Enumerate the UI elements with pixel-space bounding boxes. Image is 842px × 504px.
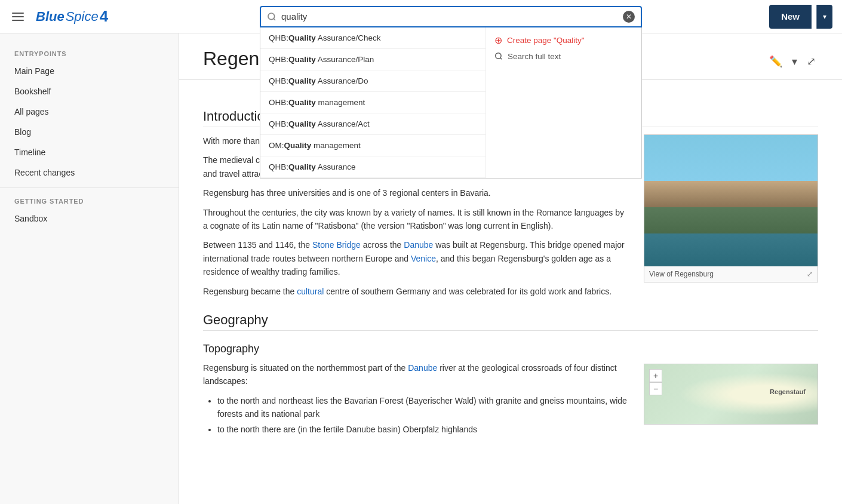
city-image-container: View of Regensburg ⤢ [644,134,818,282]
header: BlueSpice4 ✕ QHB:Quality Assurance/Check… [0,0,842,33]
search-result-item[interactable]: QHB:Quality Assurance [260,156,485,178]
sidebar-item-recent-changes[interactable]: Recent changes [0,162,179,183]
svg-point-0 [268,13,275,20]
map-label: Regenstauf [770,388,806,395]
sidebar: ENTRYPOINTS Main Page Bookshelf All page… [0,33,179,504]
danube-link[interactable]: Danube [404,240,433,250]
edit-dropdown-button[interactable]: ▾ [789,53,800,70]
search-result-item[interactable]: QHB:Quality Assurance/Check [260,27,485,49]
sidebar-item-sandbox[interactable]: Sandbox [0,208,179,229]
new-button[interactable]: New [769,5,812,29]
venice-link[interactable]: Venice [411,254,436,263]
new-button-dropdown[interactable]: ▾ [816,5,832,29]
search-result-item[interactable]: QHB:Quality Assurance/Do [260,70,485,92]
sidebar-item-blog[interactable]: Blog [0,122,179,142]
search-results-actions: ⊕ Create page "Quality" Search full text [486,27,641,178]
search-container: ✕ QHB:Quality Assurance/Check QHB:Qualit… [189,6,713,27]
sidebar-item-all-pages[interactable]: All pages [0,102,179,122]
map-zoom-out[interactable]: − [649,382,662,395]
hamburger-button[interactable] [10,10,26,23]
header-right: New ▾ [713,5,832,29]
topography-heading: Topography [203,343,818,355]
cultural-link[interactable]: cultural [297,287,324,296]
intro-para-6: Regensburg became the cultural centre of… [203,285,818,298]
list-item-2: to the north there are (in the fertile D… [217,423,818,436]
entrypoints-label: ENTRYPOINTS [0,45,179,61]
map-image-container: + − Regenstauf [644,364,818,425]
image-caption-bar: View of Regensburg ⤢ [644,266,818,282]
content-actions: ✏️ ▾ ⤢ [767,48,818,70]
geography-heading: Geography [203,312,818,331]
city-image [644,135,818,266]
search-wrapper: ✕ QHB:Quality Assurance/Check QHB:Qualit… [260,6,642,27]
getting-started-label: GETTING STARTED [0,193,179,208]
edit-button[interactable]: ✏️ [767,53,785,70]
create-page-label: Create page "Quality" [507,36,585,45]
search-icon [267,12,276,21]
logo[interactable]: BlueSpice4 [36,7,108,26]
logo-text-spice: Spice [66,9,99,24]
sidebar-item-timeline[interactable]: Timeline [0,142,179,162]
search-small-icon [494,52,503,60]
stone-bridge-link[interactable]: Stone Bridge [312,240,361,250]
search-dropdown: QHB:Quality Assurance/Check QHB:Quality … [260,27,642,179]
search-clear-button[interactable]: ✕ [623,11,635,23]
image-expand-button[interactable]: ⤢ [807,270,813,278]
map-image: + − Regenstauf [644,364,818,424]
sidebar-divider [0,188,179,188]
logo-text-blue: Blue [36,9,64,24]
sidebar-item-main-page[interactable]: Main Page [0,61,179,81]
logo-text-4: 4 [100,7,108,26]
search-result-item[interactable]: QHB:Quality Assurance/Act [260,113,485,135]
full-text-search-link[interactable]: Search full text [494,52,633,61]
sidebar-item-bookshelf[interactable]: Bookshelf [0,81,179,102]
map-controls: + − [649,369,662,395]
search-result-item[interactable]: QHB:Quality Assurance/Plan [260,49,485,70]
svg-line-1 [274,19,275,20]
svg-point-2 [496,53,501,59]
create-page-icon: ⊕ [494,35,502,46]
create-page-link[interactable]: ⊕ Create page "Quality" [494,35,633,46]
expand-button[interactable]: ⤢ [804,53,818,70]
svg-line-3 [500,58,502,60]
search-input-box: ✕ [260,6,642,27]
search-results-list: QHB:Quality Assurance/Check QHB:Quality … [260,27,486,178]
search-input[interactable] [281,11,618,21]
search-result-item[interactable]: OM:Quality management [260,135,485,156]
header-left: BlueSpice4 [10,7,189,26]
map-zoom-in[interactable]: + [649,369,662,382]
full-text-label: Search full text [508,52,561,61]
image-caption-text: View of Regensburg [649,270,714,278]
danube-topo-link[interactable]: Danube [408,363,437,373]
search-result-item[interactable]: OHB:Quality management [260,92,485,113]
